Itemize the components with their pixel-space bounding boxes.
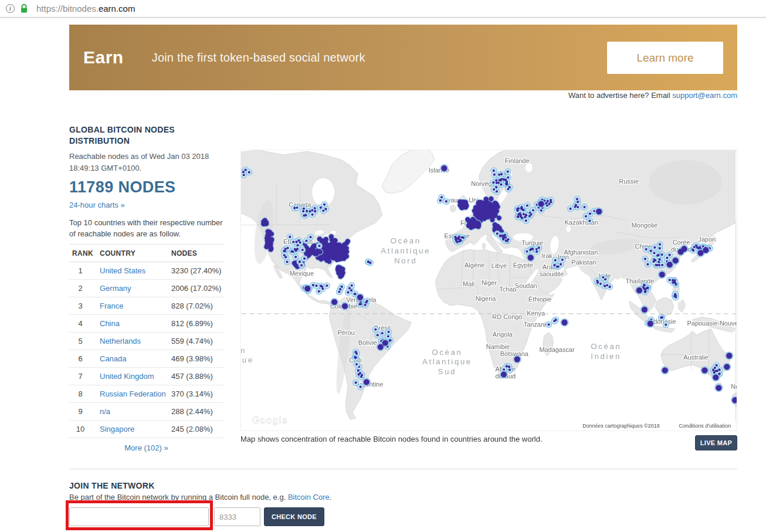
url-text[interactable]: https://bitnodes.earn.com xyxy=(36,4,135,13)
bitcoin-core-link[interactable]: Bitcoin Core xyxy=(288,493,330,501)
svg-text:Finlande: Finlande xyxy=(505,157,530,164)
google-logo: Google xyxy=(252,415,288,425)
svg-text:Pérou: Pérou xyxy=(337,329,354,336)
table-row: 1United States3230 (27.40%) xyxy=(69,262,223,280)
secure-padlock-icon[interactable] xyxy=(20,4,28,13)
learn-more-button[interactable]: Learn more xyxy=(607,42,723,74)
more-countries-link[interactable]: More (102) » xyxy=(69,443,223,452)
page-info-icon[interactable]: i xyxy=(6,4,15,13)
country-cell: Canada xyxy=(100,350,171,368)
country-link[interactable]: Germany xyxy=(100,284,131,293)
country-cell: Germany xyxy=(100,280,171,297)
port-input[interactable] xyxy=(214,507,260,526)
table-row: 2Germany2006 (17.02%) xyxy=(69,280,223,297)
svg-text:OcéanPacifiqueSud: OcéanPacifiqueSud xyxy=(241,346,254,375)
table-row: 3France828 (7.02%) xyxy=(69,297,223,315)
table-header-row: RANK COUNTRY NODES xyxy=(69,245,223,262)
rank-cell: 4 xyxy=(69,315,100,333)
country-link[interactable]: United Kingdom xyxy=(100,372,154,381)
rank-cell: 8 xyxy=(69,385,100,403)
table-row: 4China812 (6.89%) xyxy=(69,315,223,333)
country-cell: Singapore xyxy=(100,421,171,438)
svg-text:Japon: Japon xyxy=(699,236,716,243)
svg-text:Kazakhstan: Kazakhstan xyxy=(565,219,598,226)
map-terms-link[interactable]: Conditions d'utilisation xyxy=(679,423,731,429)
map-caption: Map shows concentration of reachable Bit… xyxy=(240,435,663,443)
nodes-cell: 2006 (17.02%) xyxy=(171,280,223,297)
browser-address-bar[interactable]: i https://bitnodes.earn.com xyxy=(0,0,766,18)
table-row: 8Russian Federation370 (3.14%) xyxy=(69,385,223,403)
advertise-line: Want to advertise here? Email support@ea… xyxy=(69,91,737,100)
check-node-button[interactable]: CHECK NODE xyxy=(264,507,324,526)
top-countries-table: RANK COUNTRY NODES 1United States3230 (2… xyxy=(69,244,223,438)
rank-cell: 5 xyxy=(69,333,100,350)
svg-text:Kenya: Kenya xyxy=(527,310,545,317)
url-domain: earn.com xyxy=(99,4,135,13)
join-subtitle: Be part of the Bitcoin network by runnin… xyxy=(69,493,480,501)
table-row: 6Canada469 (3.98%) xyxy=(69,350,223,368)
table-row: 7United Kingdom457 (3.88%) xyxy=(69,368,223,385)
svg-text:Papouasie-Nouvelle-Guinée: Papouasie-Nouvelle-Guinée xyxy=(687,320,737,327)
country-link[interactable]: France xyxy=(100,301,123,310)
svg-text:Nigeria: Nigeria xyxy=(476,295,497,302)
country-link[interactable]: Netherlands xyxy=(100,337,141,345)
country-link[interactable]: United States xyxy=(100,266,145,275)
nodes-table-body: 1United States3230 (27.40%)2Germany2006 … xyxy=(69,262,223,438)
svg-text:Tchad: Tchad xyxy=(499,286,516,293)
banner-tagline: Join the first token-based social networ… xyxy=(152,51,365,65)
svg-text:Pakistan: Pakistan xyxy=(571,259,596,266)
svg-text:Irak: Irak xyxy=(541,252,553,259)
check-node-form: CHECK NODE xyxy=(69,507,480,526)
svg-text:Botswana: Botswana xyxy=(500,350,529,357)
nodes-cell: 559 (4.74%) xyxy=(171,333,223,350)
live-map-button[interactable]: LIVE MAP xyxy=(695,435,737,450)
country-link[interactable]: Russian Federation xyxy=(100,389,166,398)
nodes-cell: 370 (3.14%) xyxy=(171,385,223,403)
nodes-cell: 3230 (27.40%) xyxy=(171,262,223,280)
charts-link[interactable]: 24-hour charts » xyxy=(69,201,125,209)
map-attribution: Données cartographiques ©2018 xyxy=(582,423,660,429)
svg-text:Thaïlande: Thaïlande xyxy=(626,277,655,284)
nodes-cell: 457 (3.88%) xyxy=(171,368,223,385)
nodes-cell: 288 (2.44%) xyxy=(171,403,223,421)
table-row: 9n/a288 (2.44%) xyxy=(69,403,223,421)
url-scheme: https://bitnodes. xyxy=(36,4,99,13)
country-link[interactable]: Canada xyxy=(100,354,127,363)
section-divider xyxy=(69,469,737,469)
earn-ad-banner[interactable]: Earn Join the first token-based social n… xyxy=(69,25,737,90)
page-title: GLOBAL BITCOIN NODES DISTRIBUTION xyxy=(69,124,223,147)
ip-address-input[interactable] xyxy=(69,507,209,526)
svg-text:Madagascar: Madagascar xyxy=(539,346,575,353)
rank-header: RANK xyxy=(69,245,100,262)
svg-text:Angola: Angola xyxy=(493,331,513,338)
table-row: 5Netherlands559 (4.74%) xyxy=(69,333,223,350)
country-link[interactable]: n/a xyxy=(100,407,110,416)
svg-text:Niger: Niger xyxy=(482,279,497,286)
rank-cell: 1 xyxy=(69,262,100,280)
support-email-link[interactable]: support@earn.com xyxy=(672,91,737,100)
svg-text:Éthiopie: Éthiopie xyxy=(528,296,552,303)
join-network-section: JOIN THE NETWORK Be part of the Bitcoin … xyxy=(69,481,480,526)
country-cell: n/a xyxy=(100,403,171,421)
country-link[interactable]: Singapore xyxy=(100,425,134,433)
svg-text:Libye: Libye xyxy=(492,262,507,269)
map-canvas[interactable]: CanadaÉtats-UnisMexiqueIslandeFinlandeSu… xyxy=(241,150,737,431)
country-cell: Russian Federation xyxy=(100,385,171,403)
svg-text:Nouvelle-Zélande: Nouvelle-Zélande xyxy=(731,383,737,390)
stats-sidebar: GLOBAL BITCOIN NODES DISTRIBUTION Reacha… xyxy=(69,124,223,452)
svg-text:Égypte: Égypte xyxy=(513,262,533,269)
svg-text:Namibie: Namibie xyxy=(486,343,510,350)
svg-text:RD Congo: RD Congo xyxy=(492,313,522,320)
svg-text:Afghanistan: Afghanistan xyxy=(564,249,598,256)
country-cell: China xyxy=(100,315,171,333)
country-header: COUNTRY xyxy=(100,245,171,262)
svg-text:Mexique: Mexique xyxy=(290,270,314,277)
rank-cell: 7 xyxy=(69,368,100,385)
rank-cell: 6 xyxy=(69,350,100,368)
rank-cell: 3 xyxy=(69,297,100,315)
rank-cell: 9 xyxy=(69,403,100,421)
table-row: 10Singapore245 (2.08%) xyxy=(69,421,223,438)
world-nodes-map[interactable]: CanadaÉtats-UnisMexiqueIslandeFinlandeSu… xyxy=(240,150,737,431)
country-link[interactable]: China xyxy=(100,319,120,328)
rank-cell: 10 xyxy=(69,421,100,438)
